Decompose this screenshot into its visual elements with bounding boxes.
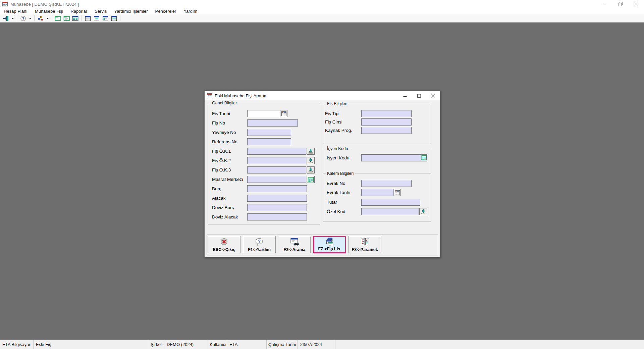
doviz-alacak-label: Döviz Alacak [212, 214, 247, 219]
f1-yardim-button[interactable]: ? F1->Yardım [243, 236, 276, 253]
group-fis-bilgileri: Fiş Bilgileri Fiş Tipi Fiş Cinsi Kaynak … [323, 104, 431, 144]
referans-no-label: Referans No [212, 139, 247, 144]
status-user-value: ETA [227, 340, 267, 349]
calendar-icon[interactable] [280, 110, 287, 117]
f8-parametreler-button[interactable]: F8->Paramet. [348, 236, 381, 253]
exit-cross-icon [219, 237, 229, 247]
fis-ok1-input[interactable] [247, 148, 306, 155]
toolbar: ? [0, 14, 644, 22]
svg-text:?: ? [22, 16, 24, 20]
toolbar-separator [120, 15, 120, 21]
doviz-borc-label: Döviz Borç [212, 205, 247, 210]
stamp-lookup-icon[interactable] [419, 208, 427, 215]
group-genel-bilgiler: Genel Bilgiler Fiş Tarihi Fiş No Yevmiye… [208, 103, 320, 225]
tutar-label: Tutar [325, 200, 361, 205]
fis-ok3-label: Fiş Ö.K.3 [212, 167, 247, 172]
blue-doc-3-icon[interactable] [101, 15, 110, 22]
blue-doc-4-icon[interactable] [110, 15, 118, 22]
status-user-label: Kullanıcı [208, 340, 227, 349]
fis-ok3-input[interactable] [247, 166, 306, 173]
fis-tipi-input[interactable] [361, 110, 412, 117]
group-kalem-bilgileri: Kalem Bilgileri Evrak No Evrak Tarihi Tu… [323, 173, 431, 222]
isyeri-kodu-label: İşyeri Kodu [325, 155, 361, 160]
status-company-label: Şirket [148, 340, 164, 349]
toolbar-separator [52, 15, 52, 21]
doviz-alacak-input[interactable] [247, 213, 307, 220]
menu-item-yardimci-islemler[interactable]: Yardımcı İşlemler [110, 8, 151, 14]
ozel-kod-label: Özel Kod [325, 209, 361, 214]
evrak-tarihi-input[interactable] [362, 189, 393, 196]
menu-item-servis[interactable]: Servis [91, 8, 110, 14]
fis-ok2-label: Fiş Ö.K.2 [212, 158, 247, 163]
stamp-lookup-icon[interactable] [307, 148, 315, 155]
evrak-tarihi-label: Evrak Tarihi [325, 190, 361, 195]
alacak-input[interactable] [247, 195, 307, 202]
dialog-icon [207, 93, 212, 98]
help-icon[interactable]: ? [19, 15, 28, 22]
eski-muhasebe-fisi-arama-dialog: Eski Muhasebe Fişi Arama Genel Bilgiler … [204, 91, 440, 257]
dialog-close-icon[interactable] [426, 91, 440, 100]
exit-dropdown-icon[interactable] [10, 15, 15, 22]
yevmiye-no-input[interactable] [247, 129, 291, 136]
borc-input[interactable] [247, 185, 307, 192]
esc-cikis-button[interactable]: ESC->Çıkış [208, 236, 240, 253]
menu-item-hesap-plani[interactable]: Hesap Planı [0, 8, 31, 14]
dialog-maximize-icon[interactable] [412, 91, 426, 100]
yevmiye-no-label: Yevmiye No [212, 130, 247, 135]
group-caption: Genel Bilgiler [211, 101, 238, 105]
fis-tarihi-input[interactable] [248, 110, 280, 117]
referans-no-input[interactable] [247, 138, 291, 145]
blue-doc-2-icon[interactable] [92, 15, 101, 22]
document-stack-icon [325, 237, 335, 247]
masraf-merkezi-input[interactable] [247, 176, 306, 183]
isyeri-kodu-input[interactable] [361, 154, 427, 161]
masraf-merkezi-label: Masraf Merkezi [212, 177, 247, 182]
application-window: Muhasebe [ DEMO ŞİRKETİ/2024 ] Hesap Pla… [0, 0, 644, 349]
main-titlebar[interactable]: Muhasebe [ DEMO ŞİRKETİ/2024 ] [0, 0, 644, 8]
svg-text:?: ? [258, 238, 261, 243]
kaynak-prog-label: Kaynak Prog. [325, 128, 361, 133]
dialog-button-panel: ESC->Çıkış ? F1->Yardım F2->Arama F7->Fi… [207, 235, 438, 255]
stamp-lookup-icon[interactable] [307, 166, 315, 173]
stamp-lookup-icon[interactable] [307, 157, 315, 164]
evrak-no-input[interactable] [361, 180, 412, 187]
blue-doc-1-icon[interactable] [84, 15, 92, 22]
menu-item-pencereler[interactable]: Pencereler [152, 8, 180, 14]
green-window-new-icon[interactable] [54, 15, 62, 22]
menu-item-yardim[interactable]: Yardım [180, 8, 201, 14]
menu-item-raporlar[interactable]: Raporlar [67, 8, 91, 14]
dialog-titlebar[interactable]: Eski Muhasebe Fişi Arama [205, 91, 440, 100]
statusbar: ETA Bilgisayar Eski Fiş Şirket DEMO (202… [0, 340, 644, 349]
ozel-kod-input[interactable] [361, 208, 419, 215]
menu-item-muhasebe-fisi[interactable]: Muhasebe Fişi [31, 8, 67, 14]
group-caption: Kalem Bilgileri [326, 171, 355, 176]
fis-no-input[interactable] [247, 119, 298, 127]
tutar-input[interactable] [361, 199, 420, 206]
table-lookup-icon[interactable] [307, 176, 315, 183]
f2-arama-button[interactable]: F2->Arama [278, 236, 311, 253]
help-dropdown-icon[interactable] [28, 15, 33, 22]
calendar-icon[interactable] [393, 189, 400, 196]
dialog-minimize-icon[interactable] [398, 91, 412, 100]
window-title: Muhasebe [ DEMO ŞİRKETİ/2024 ] [10, 2, 79, 7]
evrak-no-label: Evrak No [325, 181, 361, 186]
close-icon[interactable] [628, 0, 644, 8]
fis-no-label: Fiş No [212, 120, 247, 126]
restore-icon[interactable] [612, 0, 628, 8]
navigation-dropdown-icon[interactable] [45, 15, 50, 22]
table-lookup-icon[interactable] [421, 155, 427, 161]
toolbar-separator [17, 15, 17, 21]
green-window-open-icon[interactable] [62, 15, 71, 22]
status-app-name: ETA Bilgisayar [0, 340, 34, 349]
exit-icon[interactable] [1, 15, 10, 22]
navigation-icon[interactable] [36, 15, 45, 22]
f7-fis-listesi-button[interactable]: F7->Fiş Lis. [313, 236, 346, 253]
fis-ok2-input[interactable] [247, 157, 306, 164]
doviz-borc-input[interactable] [247, 204, 307, 211]
kaynak-prog-input[interactable] [361, 127, 412, 134]
group-isyeri-kodu: İşyeri Kodu İşyeri Kodu [323, 149, 431, 173]
fis-cinsi-input[interactable] [361, 118, 412, 126]
minimize-icon[interactable] [597, 0, 612, 8]
group-caption: İşyeri Kodu [326, 146, 350, 151]
green-table-icon[interactable] [71, 15, 80, 22]
